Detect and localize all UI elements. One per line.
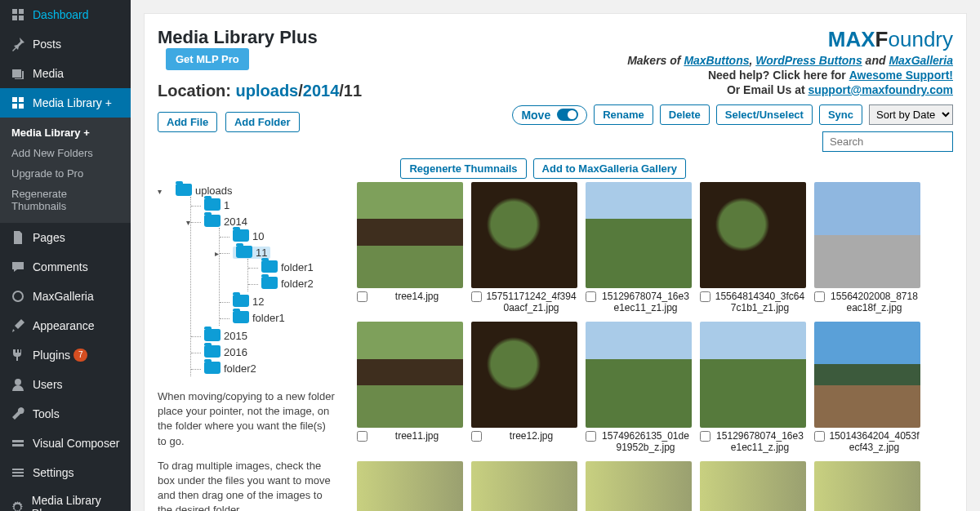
update-badge: 7 — [74, 349, 88, 362]
file-checkbox[interactable] — [700, 291, 710, 302]
folder-2014[interactable]: 2014 — [204, 216, 247, 228]
sidebar-sub-add-new-folders[interactable]: Add New Folders — [0, 143, 131, 163]
folder-icon — [233, 295, 249, 307]
link-support[interactable]: Awesome Support! — [849, 69, 953, 82]
file-thumb[interactable] — [700, 461, 806, 511]
branding-block: MAXFoundry Makers of MaxButtons, WordPre… — [400, 27, 953, 179]
sidebar-item-label: Dashboard — [33, 8, 89, 21]
file-thumb[interactable]: 15751171242_4f3940aacf_z1.jpg — [471, 182, 577, 313]
file-name: 15014364204_4053fecf43_z.jpg — [828, 430, 920, 453]
tree-expander-icon[interactable]: ▸ — [215, 249, 223, 257]
delete-button[interactable]: Delete — [660, 104, 710, 125]
folder-uploads[interactable]: uploads — [176, 184, 233, 197]
folder-11[interactable]: 11 — [233, 247, 270, 259]
folder-icon — [233, 311, 249, 323]
link-email[interactable]: support@maxfoundry.com — [808, 83, 953, 96]
thumbnail-image — [471, 322, 577, 428]
add-to-gallery-button[interactable]: Add to MaxGalleria Gallery — [533, 158, 686, 179]
dashboard-icon — [10, 7, 26, 23]
thumbnail-image — [586, 322, 692, 428]
file-thumb[interactable]: 15129678074_16e3e1ec11_z.jpg — [700, 322, 806, 453]
link-maxgalleria[interactable]: MaxGalleria — [889, 54, 953, 67]
breadcrumb-2014[interactable]: 2014 — [303, 82, 340, 100]
file-checkbox[interactable] — [700, 431, 710, 442]
sidebar-item-media-library-[interactable]: Media Library + — [0, 88, 131, 118]
sidebar-item-dashboard[interactable]: Dashboard — [0, 0, 131, 29]
folder-folder1[interactable]: folder1 — [261, 261, 314, 273]
sidebar-item-pages[interactable]: Pages — [0, 223, 131, 252]
sidebar-item-media-library-plus[interactable]: Media Library Plus — [0, 487, 131, 511]
breadcrumb-11: 11 — [344, 82, 362, 100]
main-panel: Media Library Plus Get MLP Pro Location:… — [144, 13, 967, 511]
file-thumb[interactable]: tree12.jpg — [471, 322, 577, 453]
folder-folder2[interactable]: folder2 — [261, 278, 314, 290]
page-title: Media Library Plus — [158, 27, 318, 47]
sidebar-item-label: Media — [33, 67, 64, 80]
folder-folder2[interactable]: folder2 — [204, 362, 256, 375]
breadcrumb-uploads[interactable]: uploads — [236, 82, 299, 100]
file-checkbox[interactable] — [586, 431, 596, 442]
link-wpbuttons[interactable]: WordPress Buttons — [755, 54, 862, 67]
sort-select[interactable]: Sort by Date — [869, 104, 953, 125]
search-input[interactable] — [822, 131, 953, 152]
sidebar-item-maxgalleria[interactable]: MaxGalleria — [0, 282, 131, 311]
file-thumb[interactable] — [471, 461, 577, 511]
file-checkbox[interactable] — [471, 431, 482, 442]
tree-expander-icon[interactable]: ▾ — [158, 187, 166, 195]
svg-point-0 — [13, 291, 23, 301]
sync-button[interactable]: Sync — [819, 104, 862, 125]
sidebar-item-tools[interactable]: Tools — [0, 399, 131, 429]
folder-12[interactable]: 12 — [233, 295, 264, 308]
file-thumb[interactable]: 15564814340_3fc647c1b1_z1.jpg — [700, 182, 806, 313]
file-thumb[interactable] — [814, 461, 920, 511]
thumbnail-image — [357, 461, 463, 511]
file-checkbox[interactable] — [357, 291, 368, 302]
folder-icon — [204, 198, 220, 211]
sidebar-item-media[interactable]: Media — [0, 59, 131, 88]
file-checkbox[interactable] — [357, 431, 368, 442]
thumbnail-image — [814, 461, 920, 511]
folder-10[interactable]: 10 — [233, 230, 264, 242]
add-file-button[interactable]: Add File — [158, 112, 217, 132]
folder-2015[interactable]: 2015 — [204, 330, 247, 342]
add-folder-button[interactable]: Add Folder — [225, 112, 300, 132]
sidebar-item-label: Plugins — [33, 349, 70, 362]
file-thumb[interactable]: tree14.jpg — [357, 182, 463, 313]
file-thumb[interactable]: 15129678074_16e3e1ec11_z1.jpg — [586, 182, 692, 313]
sidebar-sub-media-library-[interactable]: Media Library + — [0, 122, 131, 143]
sidebar-sub-regenerate-thumbnails[interactable]: Regenerate Thumbnails — [0, 184, 131, 216]
rename-button[interactable]: Rename — [594, 104, 653, 125]
file-thumb[interactable] — [357, 461, 463, 511]
regenerate-thumbnails-button[interactable]: Regenerte Thumnails — [400, 158, 526, 179]
tree-expander-icon[interactable]: ▾ — [186, 218, 194, 226]
sidebar-item-settings[interactable]: Settings — [0, 458, 131, 487]
link-maxbuttons[interactable]: MaxButtons — [684, 54, 749, 67]
folder-icon — [261, 277, 278, 289]
select-unselect-button[interactable]: Select/Unselect — [716, 104, 813, 125]
folder-icon — [204, 345, 220, 358]
folder-1[interactable]: 1 — [204, 199, 229, 211]
file-thumb[interactable]: 15749626135_01de91952b_z.jpg — [586, 322, 692, 453]
folder-2016[interactable]: 2016 — [204, 346, 247, 358]
sidebar-item-users[interactable]: Users — [0, 370, 131, 399]
sidebar-item-visual-composer[interactable]: Visual Composer — [0, 429, 131, 458]
file-checkbox[interactable] — [814, 291, 825, 302]
sidebar-item-plugins[interactable]: Plugins7 — [0, 340, 131, 370]
sidebar-sub-upgrade-to-pro[interactable]: Upgrade to Pro — [0, 163, 131, 184]
file-checkbox[interactable] — [471, 291, 482, 302]
pin-icon — [10, 36, 26, 52]
sidebar-item-appearance[interactable]: Appearance — [0, 311, 131, 340]
sidebar-item-posts[interactable]: Posts — [0, 29, 131, 59]
folder-folder1[interactable]: folder1 — [233, 312, 285, 324]
file-checkbox[interactable] — [814, 431, 825, 442]
ring-icon — [10, 288, 26, 304]
file-thumb[interactable]: 15564202008_8718eac18f_z.jpg — [814, 182, 920, 313]
file-thumb[interactable]: tree11.jpg — [357, 322, 463, 453]
file-thumb[interactable]: 15014364204_4053fecf43_z.jpg — [814, 322, 920, 453]
move-toggle[interactable]: Move — [512, 105, 587, 125]
get-pro-button[interactable]: Get MLP Pro — [166, 48, 249, 70]
file-name: tree11.jpg — [371, 430, 463, 442]
file-thumb[interactable] — [586, 461, 692, 511]
file-checkbox[interactable] — [586, 291, 596, 302]
sidebar-item-comments[interactable]: Comments — [0, 252, 131, 282]
